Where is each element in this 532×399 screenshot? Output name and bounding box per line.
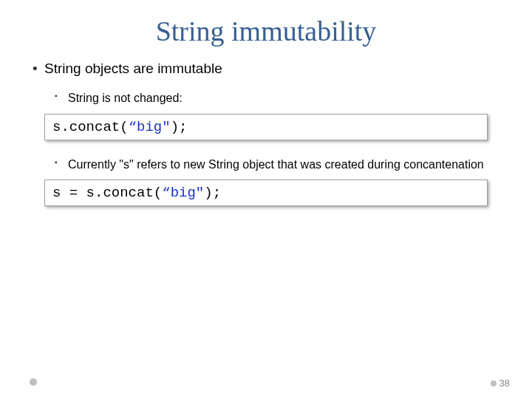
code-block-2: s = s.concat(“big");	[44, 180, 488, 206]
slide: String immutability String objects are i…	[0, 0, 532, 399]
code-string-literal: “big"	[129, 119, 171, 135]
page-number: 38	[491, 378, 510, 389]
code-block-1: s.concat(“big");	[44, 114, 488, 140]
slide-title: String immutability	[30, 15, 502, 47]
footer-dot-icon	[30, 378, 37, 386]
code-text: s.concat(	[52, 119, 129, 135]
code-string-literal: “big"	[162, 185, 204, 201]
code-text: );	[171, 119, 188, 135]
page-number-text: 38	[499, 378, 510, 389]
code-text: );	[204, 185, 221, 201]
bullet-sub-1: String is not changed:	[68, 90, 502, 106]
bullet-main: String objects are immutable	[44, 61, 502, 77]
code-text: s = s.concat(	[52, 185, 162, 201]
bullet-sub-2: Currently "s" refers to new String objec…	[68, 157, 502, 173]
